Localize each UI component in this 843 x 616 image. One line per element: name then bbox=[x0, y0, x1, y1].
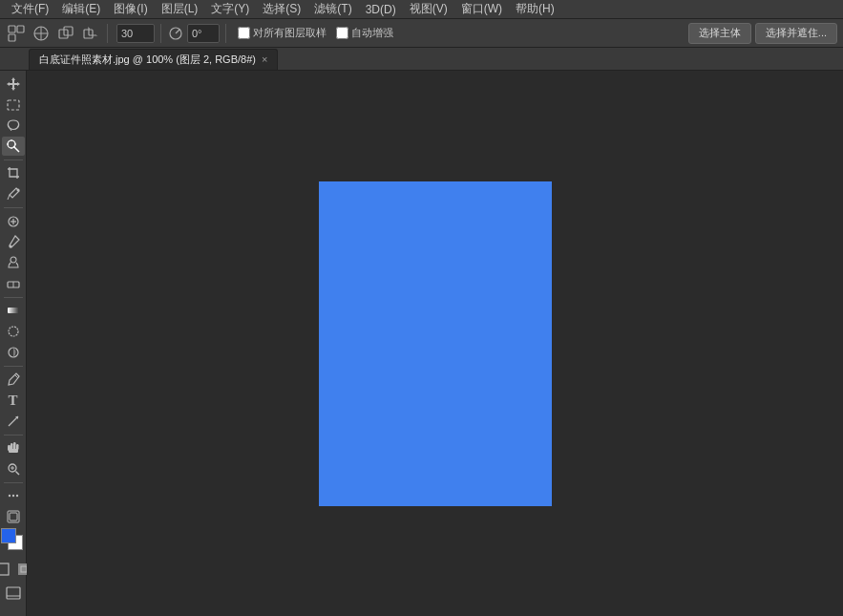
tab-label: 白底证件照素材.jpg @ 100% (图层 2, RGB/8#) bbox=[39, 53, 256, 67]
tool-move[interactable] bbox=[2, 74, 25, 94]
svg-rect-31 bbox=[8, 308, 19, 313]
subtract-selection-icon[interactable] bbox=[80, 23, 101, 44]
auto-enhance-group: 自动增强 bbox=[336, 26, 393, 40]
sample-all-layers-group: 对所有图层取样 bbox=[238, 26, 327, 40]
svg-point-32 bbox=[9, 327, 18, 336]
svg-point-23 bbox=[16, 189, 19, 192]
tool-text[interactable]: T bbox=[2, 391, 25, 410]
tool-hand[interactable] bbox=[2, 438, 25, 457]
tool-gradient[interactable] bbox=[2, 302, 25, 321]
tool-crop[interactable] bbox=[2, 164, 25, 183]
tool-path-select[interactable] bbox=[2, 412, 25, 431]
tool-dodge[interactable] bbox=[2, 343, 25, 362]
toolbar: T bbox=[0, 71, 27, 616]
svg-point-27 bbox=[9, 245, 11, 248]
menu-type[interactable]: 文字(Y) bbox=[205, 0, 255, 19]
select-and-mask-button[interactable]: 选择并遮住... bbox=[755, 23, 837, 44]
menu-file[interactable]: 文件(F) bbox=[6, 0, 54, 19]
tool-eyedropper[interactable] bbox=[2, 184, 25, 203]
tool-clone[interactable] bbox=[2, 253, 25, 272]
svg-rect-53 bbox=[7, 587, 20, 599]
canvas-area[interactable] bbox=[27, 71, 843, 616]
menu-bar: 文件(F) 编辑(E) 图像(I) 图层(L) 文字(Y) 选择(S) 滤镜(T… bbox=[0, 0, 843, 19]
svg-rect-49 bbox=[10, 513, 17, 520]
toolbar-separator-2 bbox=[4, 207, 23, 208]
auto-enhance-label: 自动增强 bbox=[351, 26, 393, 40]
standard-mode-icon[interactable] bbox=[0, 560, 12, 579]
select-subject-button[interactable]: 选择主体 bbox=[688, 23, 751, 44]
menu-window[interactable]: 窗口(W) bbox=[455, 0, 508, 19]
screen-mode-icon[interactable] bbox=[2, 582, 25, 605]
angle-group: 0° bbox=[167, 24, 220, 43]
auto-enhance-checkbox[interactable] bbox=[336, 27, 348, 39]
svg-rect-2 bbox=[9, 34, 15, 41]
menu-filter[interactable]: 滤镜(T) bbox=[308, 0, 357, 19]
tool-heal[interactable] bbox=[2, 212, 25, 231]
toolbar-separator-4 bbox=[4, 366, 23, 367]
tool-pen[interactable] bbox=[2, 370, 25, 389]
angle-input[interactable]: 0° bbox=[187, 24, 220, 43]
svg-point-28 bbox=[11, 257, 16, 263]
svg-rect-36 bbox=[11, 443, 13, 450]
main-area: T bbox=[0, 71, 843, 616]
magic-wand-options-icon[interactable] bbox=[31, 23, 52, 44]
svg-line-42 bbox=[15, 471, 19, 475]
sample-all-layers-checkbox[interactable] bbox=[238, 27, 250, 39]
tool-extra[interactable] bbox=[2, 487, 25, 506]
document-tab[interactable]: 白底证件照素材.jpg @ 100% (图层 2, RGB/8#) × bbox=[29, 49, 278, 70]
toolbar-separator-1 bbox=[4, 159, 23, 160]
tool-preset-icon[interactable] bbox=[6, 23, 27, 44]
toolbar-separator-5 bbox=[4, 435, 23, 435]
menu-edit[interactable]: 编辑(E) bbox=[56, 0, 106, 19]
svg-rect-50 bbox=[0, 563, 9, 575]
sample-all-layers-label: 对所有图层取样 bbox=[253, 26, 327, 40]
tab-close-icon[interactable]: × bbox=[262, 54, 267, 65]
svg-point-46 bbox=[11, 495, 13, 497]
tool-lasso[interactable] bbox=[2, 116, 25, 135]
tolerance-input[interactable]: 30 bbox=[116, 24, 155, 43]
menu-help[interactable]: 帮助(H) bbox=[510, 0, 560, 19]
tool-layer-select[interactable] bbox=[2, 507, 25, 526]
text-tool-label: T bbox=[8, 393, 17, 409]
svg-line-13 bbox=[176, 30, 179, 33]
toolbar-separator-3 bbox=[4, 297, 23, 298]
menu-layer[interactable]: 图层(L) bbox=[156, 0, 204, 19]
canvas-blue-layer bbox=[319, 181, 552, 506]
options-bar: 30 0° 对所有图层取样 自动增强 选择主体 选择并遮住... bbox=[0, 19, 843, 48]
tool-magic-wand[interactable] bbox=[2, 137, 25, 156]
document-canvas bbox=[319, 181, 552, 506]
menu-image[interactable]: 图像(I) bbox=[108, 0, 153, 19]
tool-zoom[interactable] bbox=[2, 459, 25, 478]
angle-icon bbox=[167, 25, 184, 42]
svg-rect-40 bbox=[9, 449, 18, 453]
svg-rect-37 bbox=[13, 442, 16, 450]
tool-eraser[interactable] bbox=[2, 274, 25, 293]
svg-rect-0 bbox=[9, 26, 15, 32]
svg-rect-1 bbox=[17, 26, 24, 32]
tool-blur[interactable] bbox=[2, 322, 25, 341]
tool-brush[interactable] bbox=[2, 233, 25, 252]
toolbar-separator-6 bbox=[4, 482, 23, 483]
options-separator-2 bbox=[160, 24, 161, 43]
menu-view[interactable]: 视图(V) bbox=[404, 0, 453, 19]
menu-select[interactable]: 选择(S) bbox=[257, 0, 306, 19]
tab-bar: 白底证件照素材.jpg @ 100% (图层 2, RGB/8#) × bbox=[0, 48, 843, 71]
add-selection-icon[interactable] bbox=[55, 23, 76, 44]
svg-point-47 bbox=[15, 495, 17, 497]
svg-rect-14 bbox=[8, 100, 19, 110]
options-separator-1 bbox=[107, 24, 108, 43]
tool-marquee[interactable] bbox=[2, 96, 25, 115]
svg-line-22 bbox=[8, 195, 10, 200]
svg-point-45 bbox=[8, 495, 10, 497]
menu-3d[interactable]: 3D(D) bbox=[360, 1, 402, 18]
swatch-container[interactable] bbox=[1, 528, 26, 553]
foreground-color-swatch[interactable] bbox=[1, 528, 16, 543]
svg-point-17 bbox=[8, 140, 15, 148]
options-separator-3 bbox=[225, 24, 226, 43]
